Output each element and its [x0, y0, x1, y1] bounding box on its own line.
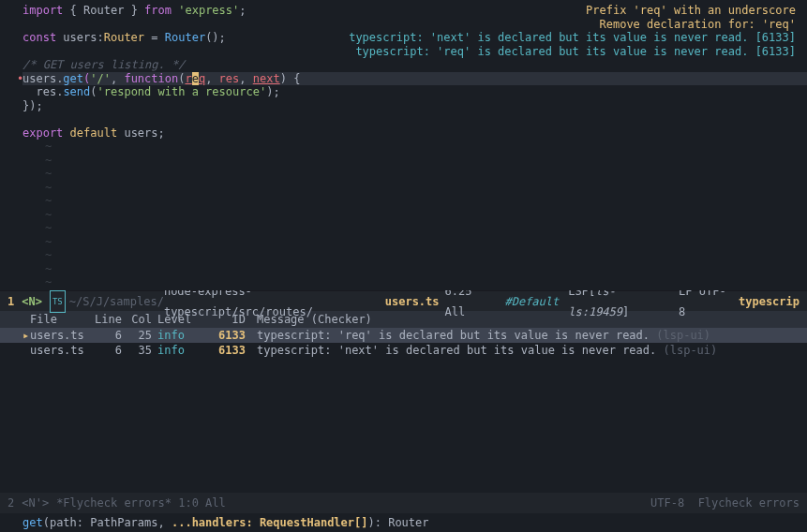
code-line-4[interactable]	[22, 45, 807, 59]
modeline-right: UTF-8 Flycheck errors	[650, 493, 800, 513]
empty-line-tilde: ~	[22, 221, 807, 235]
evil-state-indicator: <N>	[22, 291, 42, 312]
modeline-errors[interactable]: 2 <N'> *Flycheck errors* 1:0 All UTF-8 F…	[0, 493, 807, 513]
err-message: typescript: 'req' is declared but its va…	[246, 328, 710, 343]
empty-line-tilde: ~	[22, 275, 807, 289]
empty-line-tilde: ~	[22, 248, 807, 262]
err-line: 6	[92, 343, 122, 358]
err-id: 6133	[199, 343, 246, 358]
typescript-icon: TS	[50, 290, 66, 313]
col-id: ID	[199, 311, 246, 328]
col-file: File	[30, 311, 92, 328]
breakpoint-dot-icon: •	[17, 72, 23, 86]
error-row[interactable]: users.ts 6 35 info 6133 typescript: 'nex…	[0, 343, 807, 358]
err-file: users.ts	[30, 343, 92, 358]
code-line-3[interactable]: const users:Router = Router();	[22, 31, 807, 45]
minibuffer-eldoc: get(path: PathParams, ...handlers: Reque…	[0, 513, 807, 532]
empty-line-tilde: ~	[22, 235, 807, 249]
empty-line-tilde: ~	[22, 194, 807, 208]
text-cursor: e	[192, 72, 199, 85]
code-line-6-current[interactable]: •users.get('/', function(req, res, next)…	[22, 72, 807, 86]
err-message: typescript: 'next' is declared but its v…	[246, 343, 717, 358]
err-id: 6133	[199, 328, 246, 343]
empty-line-tilde: ~	[22, 140, 807, 154]
modeline-editor[interactable]: 1 <N> TS ~/S/J/samples/node-express-type…	[0, 290, 807, 311]
col-col: Col	[122, 311, 152, 328]
path-prefix: ~/S/J/samples/	[69, 291, 164, 312]
code-line-1[interactable]: import { Router } from 'express';	[22, 4, 807, 18]
col-line: Line	[92, 311, 122, 328]
buffer-name[interactable]: *Flycheck errors* 1:0 All	[56, 493, 226, 513]
buffer-name[interactable]: users.ts	[385, 291, 440, 312]
err-level: info	[152, 328, 199, 343]
sig-fn-name: get	[22, 516, 43, 529]
err-col: 25	[122, 328, 152, 343]
code-line-7[interactable]: res.send('respond with a resource');	[22, 85, 807, 99]
code-line-8[interactable]: });	[22, 99, 807, 113]
empty-line-tilde: ~	[22, 208, 807, 222]
code-lines[interactable]: import { Router } from 'express'; const …	[0, 4, 807, 289]
code-line-2[interactable]	[22, 18, 807, 32]
flycheck-errors-pane[interactable]: ▸ users.ts 6 25 info 6133 typescript: 'r…	[0, 328, 807, 493]
sig-active-param: ...handlers: RequestHandler[]	[172, 516, 368, 529]
persp-name[interactable]: #Default	[504, 291, 559, 312]
code-line-10[interactable]: export default users;	[22, 126, 807, 140]
empty-line-tilde: ~	[22, 167, 807, 181]
window-number: 2	[7, 493, 14, 513]
window-number: 1	[7, 291, 14, 312]
err-col: 35	[122, 343, 152, 358]
col-level: Level	[152, 311, 199, 328]
err-level: info	[152, 343, 199, 358]
row-indicator-icon: ▸	[22, 328, 30, 343]
major-mode[interactable]: typescrip	[739, 291, 800, 312]
editor-pane[interactable]: Prefix 'req' with an underscore Remove d…	[0, 0, 807, 290]
err-file: users.ts	[30, 328, 92, 343]
code-line-9[interactable]	[22, 112, 807, 126]
empty-line-tilde: ~	[22, 181, 807, 195]
evil-state-indicator: <N'>	[22, 493, 49, 513]
code-line-5[interactable]: /* GET users listing. */	[22, 58, 807, 72]
empty-line-tilde: ~	[22, 262, 807, 276]
col-message: Message (Checker)	[246, 311, 372, 328]
error-row-selected[interactable]: ▸ users.ts 6 25 info 6133 typescript: 'r…	[0, 328, 807, 343]
empty-line-tilde: ~	[22, 154, 807, 168]
err-line: 6	[92, 328, 122, 343]
